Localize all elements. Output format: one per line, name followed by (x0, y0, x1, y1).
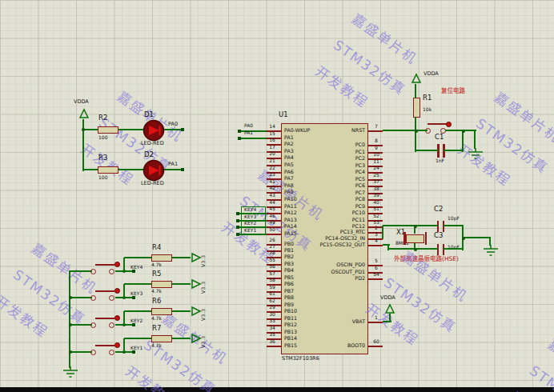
wire (444, 225, 464, 226)
net-label-pa1[interactable]: PA1 (244, 130, 253, 136)
crystal-x1[interactable] (406, 234, 424, 243)
net-terminal-dot[interactable] (238, 137, 241, 140)
wire (474, 130, 476, 149)
pin-number: 3 (370, 232, 383, 238)
pin-number: 34 (266, 326, 279, 331)
pin-number: 11 (370, 159, 383, 165)
wire (124, 283, 151, 285)
resistor-r3[interactable] (98, 166, 118, 174)
wire (123, 311, 125, 325)
pin-number: 37 (370, 179, 383, 185)
resistor-r1[interactable] (413, 98, 420, 118)
net-label-key3[interactable]: KEY3 (130, 291, 143, 297)
pin-name: PC5 (307, 177, 365, 182)
net-label-key2[interactable]: KEY2 (244, 221, 256, 226)
pin-name: PB0 (284, 242, 294, 247)
pin-number: 20 (266, 151, 279, 157)
pin-name: PA0-WKUP (284, 128, 310, 134)
led-d1[interactable] (143, 119, 165, 142)
key-button-terminal[interactable] (90, 322, 96, 328)
reset-button-bar[interactable] (428, 123, 447, 125)
schematic-canvas[interactable]: U1 STM32F103R6 VDDA R1 10k 复位电路 C1 1nF X… (0, 0, 554, 392)
resistor-r4[interactable] (151, 254, 172, 262)
net-label-key2[interactable]: KEY2 (130, 318, 143, 324)
junction-dot (69, 296, 72, 299)
led-ref: D1 (144, 111, 154, 118)
net-label-key3[interactable]: KEY3 (244, 214, 256, 220)
key-button-terminal[interactable] (109, 322, 114, 328)
junction-dot (414, 225, 417, 228)
net-label-key4[interactable]: KEY4 (130, 265, 143, 270)
resistor-r2[interactable] (98, 126, 118, 134)
net-terminal-dot[interactable] (132, 323, 135, 326)
pin-name: PA3 (284, 149, 294, 154)
power-label-v33: V3.3 (200, 329, 206, 348)
pin-number: 24 (370, 166, 383, 171)
pin-number: 40 (370, 200, 383, 206)
net-terminal-dot[interactable] (238, 130, 241, 133)
net-label-key1[interactable]: KEY1 (130, 346, 143, 351)
wire (83, 169, 98, 170)
wire (164, 129, 183, 130)
resistor-value: 4.7k (151, 289, 162, 294)
resistor-r5[interactable] (151, 281, 172, 288)
reset-cap-value: 1nF (436, 158, 444, 164)
wire (267, 346, 281, 347)
key-button-terminal[interactable] (109, 350, 114, 355)
net-terminal-dot[interactable] (236, 212, 239, 215)
key-button-terminal[interactable] (109, 269, 114, 274)
pin-name: PB12 (284, 322, 297, 328)
pin-number: 23 (266, 172, 279, 178)
net-terminal-dot[interactable] (236, 226, 239, 229)
pin-number: 45 (266, 206, 279, 212)
key-button-bar[interactable] (95, 290, 114, 292)
xtal-terminal-bar[interactable] (425, 232, 428, 245)
wire (123, 258, 125, 271)
net-label-key1[interactable]: KEY1 (244, 228, 256, 234)
key-button-terminal[interactable] (109, 295, 114, 301)
net-terminal-dot[interactable] (132, 350, 135, 354)
key-button-bar[interactable] (95, 264, 114, 266)
pin-name: PA13 (284, 218, 297, 223)
key-button-actuator[interactable] (114, 262, 120, 267)
net-terminal-dot[interactable] (132, 270, 135, 273)
key-button-bar[interactable] (95, 345, 114, 346)
net-terminal-dot[interactable] (132, 296, 135, 299)
power-label-v33: V3.3 (200, 302, 206, 321)
net-terminal-dot[interactable] (236, 233, 239, 236)
key-button-terminal[interactable] (90, 269, 96, 274)
pin-name: PB4 (284, 268, 294, 274)
net-terminal-dot[interactable] (181, 128, 184, 131)
resistor-ref: R6 (152, 298, 161, 305)
net-label-pa1[interactable]: PA1 (168, 162, 178, 167)
net-label-key4[interactable]: KEY4 (244, 207, 256, 213)
key-button-bar[interactable] (95, 318, 114, 319)
resistor-ref: R7 (152, 325, 161, 332)
wire (415, 84, 416, 98)
resistor-r7[interactable] (151, 335, 172, 342)
pin-number: 30 (266, 312, 279, 318)
key-button-actuator[interactable] (114, 288, 120, 294)
resistor-r6[interactable] (151, 308, 172, 315)
key-button-actuator[interactable] (114, 342, 120, 348)
vdda-arrow-icon[interactable] (78, 108, 90, 119)
key-button-terminal[interactable] (90, 295, 96, 301)
led-d2[interactable] (143, 159, 165, 182)
wire (444, 248, 464, 250)
net-terminal-dot[interactable] (181, 168, 184, 171)
net-label-pa0[interactable]: PA0 (244, 123, 253, 129)
pin-number: 29 (266, 305, 279, 310)
pin-number: 59 (266, 285, 279, 290)
net-terminal-dot[interactable] (236, 219, 239, 222)
resistor-ref: R5 (152, 270, 161, 278)
junction-dot (462, 130, 465, 133)
reset-button-actuator[interactable] (446, 122, 452, 127)
watermark: 嘉盛单片机STM32仿真开发教程 (504, 330, 554, 392)
pin-name: PC15-OSC32_OUT (307, 242, 365, 248)
wire (118, 129, 143, 130)
cap-c2-value: 10pF (448, 216, 460, 222)
net-label-pa0[interactable]: PA0 (168, 122, 178, 127)
key-button-actuator[interactable] (114, 315, 120, 321)
pin-name: PC8 (307, 197, 365, 202)
key-button-terminal[interactable] (90, 350, 96, 355)
